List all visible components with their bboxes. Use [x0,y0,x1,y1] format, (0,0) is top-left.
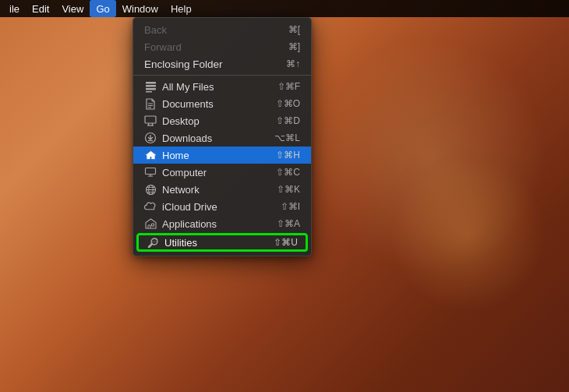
menubar-item-edit[interactable]: Edit [26,0,55,17]
computer-icon [144,166,157,178]
menu-item-back[interactable]: Back ⌘[ [133,21,311,38]
svg-rect-2 [146,88,156,90]
all-my-files-icon [144,80,157,93]
svg-rect-3 [146,91,152,93]
downloads-icon [144,132,157,144]
menu-item-network[interactable]: Network ⇧⌘K [133,181,311,198]
menu-item-utilities[interactable]: Utilities ⇧⌘U [136,233,308,252]
utilities-icon [147,236,159,249]
menubar-item-window[interactable]: Window [116,0,164,17]
menubar-item-file[interactable]: ile [3,0,26,17]
menu-item-desktop[interactable]: Desktop ⇧⌘D [133,112,311,129]
menu-item-documents[interactable]: Documents ⇧⌘O [133,95,311,112]
menu-item-computer[interactable]: Computer ⇧⌘C [133,164,311,181]
menubar: ile Edit View Go Window Help [0,0,569,17]
svg-rect-7 [145,116,156,123]
icloud-icon [144,200,157,213]
separator-1 [133,75,311,76]
menu-item-downloads[interactable]: Downloads ⌥⌘L [133,129,311,147]
menu-item-enclosing-folder[interactable]: Enclosing Folder ⌘↑ [133,55,311,72]
documents-icon [144,97,157,110]
menu-item-applications[interactable]: Applications ⇧⌘A [133,215,311,232]
svg-rect-1 [146,85,156,87]
menubar-item-go[interactable]: Go [90,0,115,17]
menu-item-forward[interactable]: Forward ⌘] [133,38,311,55]
menubar-item-help[interactable]: Help [164,0,198,17]
network-icon [144,183,157,196]
svg-rect-13 [146,168,156,175]
go-dropdown-menu: Back ⌘[ Forward ⌘] Enclosing Folder ⌘↑ [133,17,312,256]
menu-item-icloud-drive[interactable]: iCloud Drive ⇧⌘I [133,198,311,215]
svg-rect-0 [146,82,156,84]
svg-line-23 [156,238,157,240]
svg-line-21 [149,244,152,247]
menu-item-home[interactable]: Home ⇧⌘H [133,147,311,164]
desktop-icon [144,115,157,127]
menu-item-all-my-files[interactable]: All My Files ⇧⌘F [133,78,311,95]
applications-icon [144,217,157,230]
home-icon [144,149,157,161]
menubar-item-view[interactable]: View [55,0,90,17]
